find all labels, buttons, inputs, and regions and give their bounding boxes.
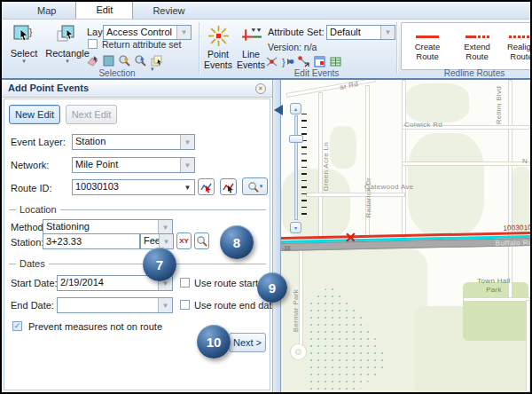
chevron-down-icon[interactable]: ▼	[180, 135, 194, 149]
street-label-bermar-park: Bermar Park	[292, 289, 300, 332]
chevron-down-icon[interactable]: ▼	[181, 180, 194, 194]
tab-edit[interactable]: Edit	[75, 1, 133, 19]
tab-map[interactable]: Map	[18, 3, 75, 19]
tab-review[interactable]: Review	[133, 3, 204, 19]
units-value: Feet	[141, 234, 159, 248]
street-label-green-acre: Green Acre Ln	[322, 142, 330, 192]
station-label: Station:	[11, 237, 43, 248]
street-label-colwick: Colwick Rd	[404, 121, 442, 129]
street-label-n-partial: N	[522, 157, 528, 165]
move-event-icon[interactable]	[296, 54, 310, 68]
realign-route-button[interactable]: Realign Route	[504, 30, 532, 61]
road-edge-south	[526, 300, 530, 392]
next-edit-button[interactable]: Next Edit	[66, 105, 117, 124]
station-hatch-label: -33	[282, 245, 291, 251]
close-icon[interactable]: ✕	[255, 83, 266, 94]
cul-de-sac	[291, 344, 306, 359]
route-buffalo-rd[interactable]: ✕ 10030103 Buffalo Rd -33	[281, 232, 530, 256]
merge-events-icon[interactable]: }	[280, 54, 294, 68]
event-layer-dropdown[interactable]: Station ▼	[72, 134, 195, 150]
zoom-slider-track[interactable]	[294, 115, 298, 220]
station-input[interactable]: 3+23.33	[43, 233, 140, 249]
xy-coordinates-button[interactable]: XY	[176, 232, 192, 249]
extend-route-label: Extend Route	[454, 43, 500, 61]
route-id-label: Route ID:	[11, 183, 51, 193]
end-date-picker[interactable]: ▼	[57, 297, 173, 313]
chevron-down-icon[interactable]: ▼	[180, 158, 194, 172]
chevron-down-icon[interactable]: ▼	[380, 26, 395, 39]
route-id-combobox[interactable]: 10030103 ▼	[72, 179, 195, 195]
line-events-button[interactable]: Line Events	[235, 25, 267, 70]
realign-route-label: Realign Route	[504, 43, 532, 61]
collapse-panel-arrow-icon[interactable]	[274, 105, 283, 115]
app-window: Map Edit Review } Select ▾	[0, 0, 532, 394]
next-button[interactable]: Next >	[229, 333, 266, 352]
edit-events-group-caption: Edit Events	[259, 68, 374, 78]
location-caption: Location	[20, 204, 57, 215]
line-events-label: Line Events	[235, 49, 267, 70]
network-value: Mile Point	[73, 158, 180, 172]
split-event-icon[interactable]	[264, 54, 278, 68]
use-route-end-date-checkbox[interactable]	[180, 300, 190, 310]
prevent-measures-label: Prevent measures not on route	[28, 321, 162, 332]
zoom-in-button[interactable]: ▴	[290, 103, 301, 114]
street-label-buffalo: Buffalo Rd	[496, 239, 530, 248]
select-tool-icon: }	[12, 23, 35, 48]
create-route-button[interactable]: Create Route	[405, 30, 450, 61]
prevent-measures-checkbox[interactable]: ✓	[12, 321, 22, 331]
chevron-down-icon[interactable]: ▼	[158, 298, 172, 312]
event-window-icon[interactable]	[312, 54, 326, 68]
rectangle-tool-icon	[56, 23, 79, 48]
select-button[interactable]: } Select ▾	[5, 23, 43, 64]
attribute-set-dropdown[interactable]: Default ▼	[326, 25, 395, 40]
chevron-down-icon: ▾	[22, 59, 26, 64]
version-label: Version: n/a	[268, 42, 317, 52]
point-events-button[interactable]: Point Events	[202, 25, 234, 70]
select-route-on-map-button[interactable]	[198, 178, 215, 195]
chevron-down-icon[interactable]: ▼	[158, 220, 172, 234]
station-search-button[interactable]	[194, 232, 209, 249]
event-table-icon[interactable]	[328, 54, 342, 68]
map-land-patch	[330, 126, 356, 169]
chevron-down-icon[interactable]: ▼	[159, 234, 173, 248]
group-divider	[396, 22, 397, 74]
layer-dropdown-value: Access Control	[104, 26, 176, 39]
extend-route-button[interactable]: Extend Route	[454, 30, 500, 61]
zoom-out-button[interactable]: ▾	[290, 222, 301, 233]
zoom-slider-handle[interactable]	[289, 135, 303, 143]
create-route-icon	[416, 30, 439, 43]
chevron-down-icon[interactable]: ▼	[176, 26, 191, 39]
select-box-icon[interactable]	[101, 53, 115, 67]
panel-splitter[interactable]	[272, 80, 281, 392]
xy-icon: XY	[179, 237, 189, 245]
svg-text:}: }	[282, 56, 286, 67]
extend-route-icon	[466, 30, 489, 43]
chevron-down-icon: ▾	[260, 183, 263, 190]
end-date-value	[58, 298, 158, 312]
zoom-to-selection-icon[interactable]	[117, 53, 131, 67]
event-layer-value: Station	[73, 135, 180, 149]
street-label-gatewood: Gatewood Ave	[364, 183, 414, 191]
route-search-dropdown-button[interactable]: ▾	[242, 177, 268, 195]
return-attribute-set-checkbox[interactable]	[88, 39, 98, 49]
road-ar-rd	[286, 80, 376, 98]
point-events-icon	[207, 25, 230, 49]
clear-selection-icon[interactable]	[85, 53, 99, 67]
rectangle-button[interactable]: Rectangle ▾	[46, 23, 89, 64]
location-separator: Location	[9, 204, 266, 215]
use-route-start-date-checkbox[interactable]	[180, 278, 190, 288]
road-rellim-blvd	[508, 80, 512, 238]
dates-separator: Dates	[9, 258, 266, 269]
zoom-to-next-selected-icon[interactable]	[133, 53, 147, 67]
start-date-label: Start Date:	[11, 278, 58, 288]
network-label: Network:	[11, 160, 49, 170]
callout-badge-8: 8	[220, 225, 254, 259]
map-canvas[interactable]: ar Rd Green Acre Ln Radarick Dr Colwick …	[281, 80, 530, 392]
road-gatewood-ave	[306, 193, 405, 197]
layer-dropdown[interactable]: Access Control ▼	[103, 25, 192, 40]
point-event-x-marker: ✕	[345, 229, 357, 246]
new-edit-button[interactable]: New Edit	[9, 105, 60, 124]
panel-title-bar: Add Point Events ✕	[2, 80, 272, 98]
network-dropdown[interactable]: Mile Point ▼	[72, 157, 195, 173]
select-route-alt-button[interactable]	[220, 178, 237, 195]
